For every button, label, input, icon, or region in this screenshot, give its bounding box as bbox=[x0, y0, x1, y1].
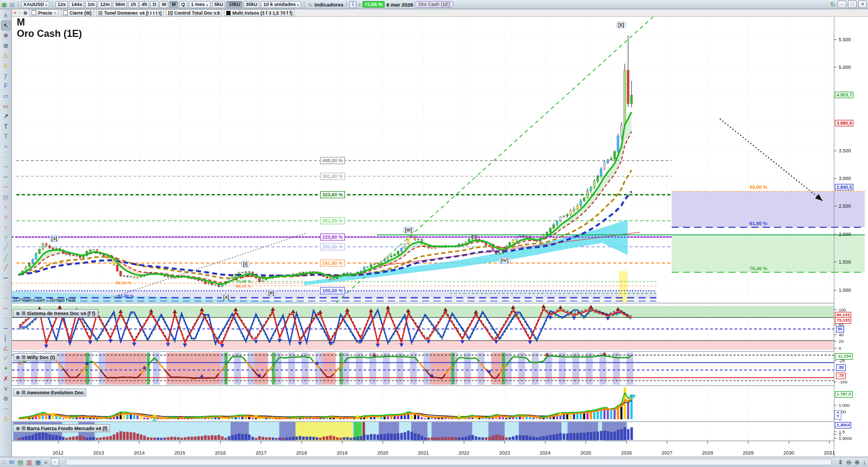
rectangle-icon[interactable]: ▭ bbox=[1, 101, 11, 111]
hl-lightblue-icon[interactable]: ─ bbox=[1, 313, 11, 323]
chevron-down-icon: ∨ bbox=[206, 3, 208, 7]
collapse-panel-icon[interactable]: « bbox=[44, 459, 47, 465]
tf-button-D[interactable]: D bbox=[150, 1, 158, 8]
zoom-vertical-icon[interactable]: ⇕ bbox=[838, 459, 843, 466]
checkbox-icon[interactable] bbox=[63, 10, 68, 15]
indicator-list-icon[interactable]: ▥ bbox=[27, 459, 32, 466]
expand-down-icon[interactable]: ∨ bbox=[1, 383, 11, 394]
fib-fan-icon[interactable]: F bbox=[1, 81, 11, 91]
symbol-label: XAUUSD bbox=[23, 2, 44, 7]
add-icon[interactable]: + bbox=[14, 10, 16, 16]
overlay-item-1[interactable]: Cierre (W) bbox=[61, 9, 94, 16]
drawing-toolbar: ∧↖⊕⊞ΔΔƒF▭▭↗TT≈────▤≈○○○╱╱╱──────│∠✓✦✗∨⚙⋯… bbox=[0, 9, 12, 467]
hline-darkgreen-icon[interactable]: ─ bbox=[1, 172, 11, 182]
hline-green-icon[interactable]: ─ bbox=[1, 162, 11, 172]
overlay-item-3[interactable]: Control Total Doc v.6 bbox=[166, 9, 222, 16]
tf-button-1m[interactable]: 1m bbox=[85, 1, 97, 8]
hl-pink-icon[interactable]: ─ bbox=[1, 283, 11, 293]
info-icon[interactable]: i bbox=[349, 1, 356, 8]
tf-button-4h[interactable]: 4h bbox=[139, 1, 150, 8]
share-icon[interactable]: ∴ bbox=[2, 459, 6, 466]
restore-button[interactable]: □ bbox=[848, 1, 857, 8]
zoom-icon[interactable]: ⊕ bbox=[1, 30, 11, 41]
like-icon[interactable]: ✦ bbox=[1, 363, 11, 374]
minimize-button[interactable]: – bbox=[838, 1, 846, 8]
unit-button-5kU[interactable]: 5kU bbox=[212, 1, 226, 8]
chart-canvas[interactable] bbox=[0, 0, 868, 467]
collapse-up-icon[interactable]: ∧ bbox=[1, 10, 11, 21]
symbol-select[interactable]: XAUUSD∨ bbox=[21, 1, 49, 8]
tf-button-56m[interactable]: 56m bbox=[113, 1, 127, 8]
ellipse-green-icon[interactable]: ○ bbox=[1, 232, 11, 242]
tf-button-W[interactable]: W bbox=[159, 1, 169, 8]
hl-black-icon[interactable]: ─ bbox=[1, 272, 11, 283]
units-select[interactable]: 10 k unidades∨ bbox=[261, 1, 301, 8]
ellipse-brown-icon[interactable]: ○ bbox=[1, 222, 11, 232]
pattern-icon[interactable]: ≈ bbox=[1, 202, 11, 212]
vline-icon[interactable]: │ bbox=[1, 333, 11, 343]
fib-tool-icon[interactable]: ƒ bbox=[1, 71, 11, 81]
diag-gray-icon[interactable]: ╱ bbox=[1, 242, 11, 253]
delete-icon[interactable]: ✗ bbox=[1, 373, 11, 383]
panel-scroll-arrows[interactable]: ▲▼ bbox=[834, 410, 841, 420]
tf-button-12s[interactable]: 12s bbox=[55, 1, 68, 8]
trend-arrow-icon[interactable]: ↗ bbox=[1, 111, 11, 121]
chart-title-block: M Oro Cash (1E) bbox=[17, 17, 82, 40]
status-dot-icon: ● bbox=[358, 2, 361, 7]
close-button[interactable]: ✕ bbox=[858, 1, 867, 8]
text-icon[interactable]: T bbox=[1, 121, 11, 132]
unit-button-10kU[interactable]: 10kU bbox=[226, 1, 242, 8]
polygon-icon[interactable]: ▭ bbox=[1, 91, 11, 101]
up-icon[interactable]: ↑ bbox=[18, 10, 21, 16]
diag-green-icon[interactable]: ╱ bbox=[1, 252, 11, 263]
auto-scroll-icon[interactable]: ↓ bbox=[863, 459, 866, 465]
list-icon[interactable]: ≡ bbox=[54, 10, 56, 16]
check-icon[interactable]: ✓ bbox=[1, 353, 11, 363]
overlay-item-4[interactable]: Multi Avisos (3 f 3 1,5 70 f f) bbox=[224, 9, 295, 16]
tf-button-Q[interactable]: Q bbox=[179, 1, 187, 8]
close-all-icon[interactable]: ⊗ bbox=[23, 10, 28, 16]
angle-icon[interactable]: ∠ bbox=[1, 343, 11, 354]
chevron-down-icon: ∨ bbox=[45, 3, 47, 7]
units-label: 10 k unidades bbox=[263, 2, 296, 7]
horizontal-scrollbar[interactable] bbox=[66, 459, 832, 465]
chart-type-icon[interactable]: ▦ bbox=[1, 1, 7, 8]
refresh-icon[interactable]: ↻ bbox=[830, 1, 836, 8]
zoom-area-icon[interactable]: ⊞ bbox=[1, 41, 11, 51]
hl-red-icon[interactable]: ─ bbox=[1, 303, 11, 313]
overlay-item-2[interactable]: Tunel Domenec v4 (t t t t t) bbox=[96, 9, 164, 16]
hline-red2-icon[interactable]: ─ bbox=[1, 182, 11, 192]
alerts-config-icon[interactable]: ⚙ bbox=[1, 394, 11, 404]
alarm-cursor-icon[interactable]: Δ bbox=[1, 50, 11, 61]
zoom-out-icon[interactable]: ⊖ bbox=[846, 459, 851, 466]
diag-red-icon[interactable]: ╱ bbox=[1, 263, 11, 273]
zoom-in-icon[interactable]: ⊕ bbox=[854, 459, 859, 466]
ellipse-red-icon[interactable]: ○ bbox=[1, 212, 11, 222]
indicators-button[interactable]: Indicadores bbox=[315, 2, 343, 8]
period-select[interactable]: 1 mes∨ bbox=[189, 1, 210, 8]
tf-button-M[interactable]: M bbox=[169, 1, 178, 8]
scroll-left-button[interactable]: ‹ bbox=[51, 458, 59, 466]
tf-button-12m[interactable]: 12m bbox=[98, 1, 112, 8]
layout-icon[interactable]: ▤ bbox=[9, 1, 15, 8]
tf-button-144s[interactable]: 144s bbox=[69, 1, 84, 8]
black-square-icon bbox=[226, 11, 231, 15]
overlay-item-label: Cierre (W) bbox=[69, 10, 92, 16]
hline-lightgreen-icon[interactable]: ─ bbox=[1, 151, 11, 162]
cursor-icon[interactable]: ↖ bbox=[1, 21, 11, 31]
chat-icon[interactable]: ✉ bbox=[9, 459, 14, 466]
hl-darkblue-icon[interactable]: ─ bbox=[1, 323, 11, 333]
warning-icon[interactable]: ⚠ bbox=[1, 414, 11, 424]
more-icon[interactable]: ⋯ bbox=[1, 404, 11, 414]
hl-lime-icon[interactable]: ─ bbox=[1, 293, 11, 303]
checkbox-icon[interactable] bbox=[31, 10, 36, 15]
unit-button-35kU[interactable]: 35kU bbox=[244, 1, 260, 8]
overlay-item-0[interactable]: Precio≡ bbox=[29, 9, 59, 16]
alarm-icon[interactable]: Δ bbox=[1, 61, 11, 71]
tf-button-1h[interactable]: 1h bbox=[128, 1, 138, 8]
workspace-icon[interactable]: ▦ bbox=[35, 459, 41, 466]
ruler-icon[interactable]: ▤ bbox=[1, 192, 11, 202]
document-icon[interactable]: ▤ bbox=[17, 459, 23, 466]
note-icon[interactable]: T bbox=[1, 131, 11, 142]
measure-icon[interactable]: ≈ bbox=[1, 142, 11, 152]
